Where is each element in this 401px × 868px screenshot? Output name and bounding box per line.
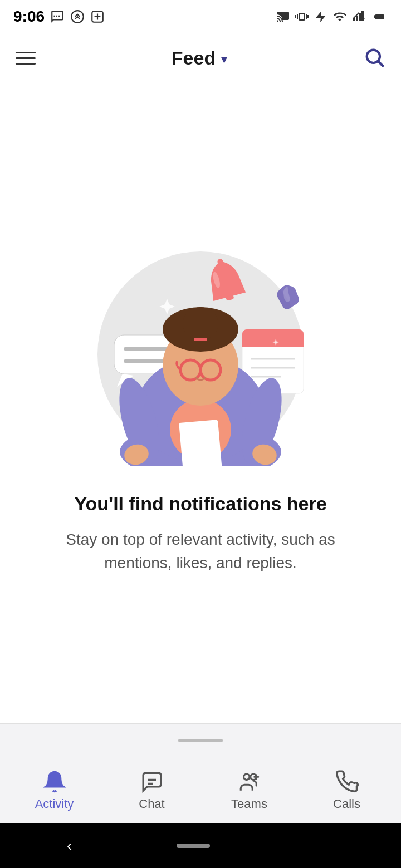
svg-line-10	[378, 61, 383, 66]
search-icon	[363, 46, 385, 68]
activity-label: Activity	[35, 797, 74, 811]
svg-point-45	[243, 774, 250, 780]
nav-item-chat[interactable]: Chat	[107, 770, 197, 811]
svg-point-9	[367, 50, 380, 62]
feed-dropdown[interactable]: Feed ▾	[172, 47, 227, 69]
svg-rect-8	[383, 16, 384, 18]
nav-item-activity[interactable]: Activity	[10, 770, 99, 811]
remote-status-icon	[70, 9, 85, 24]
android-nav-bar: ‹	[0, 823, 401, 868]
activity-bell-icon	[43, 770, 66, 793]
svg-rect-4	[359, 13, 361, 21]
calls-label: Calls	[333, 797, 360, 811]
svg-rect-5	[361, 11, 364, 21]
circle-status-icon	[90, 9, 105, 24]
ai-icon	[314, 10, 327, 23]
empty-state-subtitle: Stay on top of relevant activity, such a…	[45, 528, 356, 575]
svg-rect-38	[194, 338, 207, 341]
battery-icon	[371, 10, 388, 23]
svg-rect-2	[353, 18, 355, 21]
signal-icon	[352, 10, 365, 23]
bottom-nav: Activity Chat Teams Calls	[0, 757, 401, 823]
main-content: You'll find notifications here Stay on t…	[0, 83, 401, 723]
chat-icon	[140, 770, 164, 793]
status-bar: 9:06	[0, 0, 401, 33]
svg-rect-3	[356, 16, 358, 21]
message-status-icon	[50, 9, 65, 24]
status-right-icons	[276, 10, 388, 23]
cast-icon	[276, 10, 290, 23]
svg-rect-30	[179, 420, 222, 466]
svg-rect-18	[242, 341, 304, 347]
nav-item-calls[interactable]: Calls	[302, 770, 392, 811]
wifi-icon	[333, 10, 346, 23]
bottom-sheet-handle-area	[0, 723, 401, 757]
search-button[interactable]	[363, 46, 385, 71]
svg-rect-7	[374, 15, 380, 18]
empty-state-illustration	[84, 232, 317, 466]
menu-button[interactable]	[16, 52, 36, 65]
bottom-sheet-handle	[178, 739, 223, 742]
vibrate-icon	[295, 10, 309, 23]
teams-icon	[238, 770, 261, 793]
status-time: 9:06	[13, 8, 45, 26]
header: Feed ▾	[0, 33, 401, 83]
chevron-down-icon: ▾	[221, 52, 227, 67]
svg-point-34	[183, 307, 218, 341]
header-title: Feed	[172, 47, 216, 69]
home-button[interactable]	[177, 844, 210, 848]
nav-item-teams[interactable]: Teams	[205, 770, 294, 811]
teams-label: Teams	[231, 797, 267, 811]
calls-icon	[335, 770, 359, 793]
chat-label: Chat	[139, 797, 164, 811]
empty-state-title: You'll find notifications here	[45, 492, 356, 515]
back-button[interactable]: ‹	[67, 837, 72, 855]
